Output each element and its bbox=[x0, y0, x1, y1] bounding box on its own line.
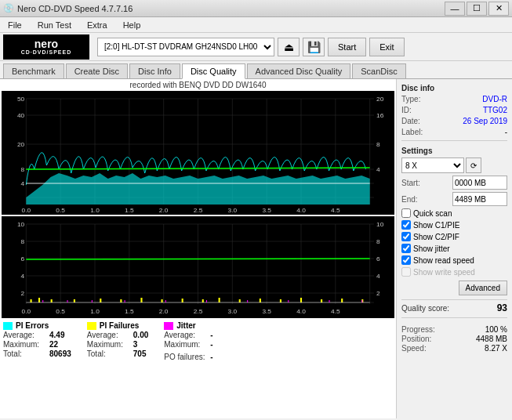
date-label: Date: bbox=[401, 117, 420, 125]
lower-chart: 10 8 6 4 2 10 8 6 4 2 0.0 0.5 1.0 1.5 2.… bbox=[2, 216, 394, 318]
svg-rect-90 bbox=[300, 298, 302, 302]
svg-text:4.0: 4.0 bbox=[296, 207, 306, 214]
tab-scan-disc[interactable]: ScanDisc bbox=[352, 63, 405, 78]
label-value: - bbox=[505, 128, 507, 136]
pie-color-box bbox=[3, 322, 13, 330]
jitter-title: Jitter bbox=[176, 321, 195, 330]
svg-rect-79 bbox=[74, 299, 75, 302]
pif-total-label: Total: bbox=[87, 349, 130, 358]
svg-rect-102 bbox=[329, 300, 330, 302]
svg-text:10: 10 bbox=[17, 221, 25, 228]
svg-rect-87 bbox=[239, 299, 241, 302]
svg-text:1.0: 1.0 bbox=[90, 207, 100, 214]
show-jitter-checkbox[interactable] bbox=[401, 244, 411, 253]
start-input[interactable] bbox=[452, 176, 507, 190]
svg-text:8: 8 bbox=[376, 238, 380, 245]
end-input[interactable] bbox=[452, 192, 507, 206]
jitter-avg-label: Average: bbox=[164, 331, 207, 339]
po-label: PO failures: bbox=[164, 353, 207, 361]
svg-text:40: 40 bbox=[17, 112, 25, 119]
tab-disc-info[interactable]: Disc Info bbox=[129, 63, 180, 78]
menu-help[interactable]: Help bbox=[118, 19, 146, 31]
svg-rect-85 bbox=[202, 299, 204, 302]
show-c1-pie-checkbox[interactable] bbox=[401, 220, 411, 230]
svg-rect-84 bbox=[182, 299, 183, 302]
show-write-speed-checkbox bbox=[401, 267, 411, 277]
pif-avg-value: 0.00 bbox=[133, 331, 148, 339]
svg-text:20: 20 bbox=[17, 141, 25, 148]
progress-value: 100 % bbox=[485, 325, 507, 334]
eject-icon[interactable]: ⏏ bbox=[278, 38, 300, 56]
svg-rect-86 bbox=[219, 298, 220, 302]
tab-benchmark[interactable]: Benchmark bbox=[3, 63, 64, 78]
quick-scan-label: Quick scan bbox=[413, 209, 452, 218]
date-value: 26 Sep 2019 bbox=[463, 117, 507, 125]
svg-rect-89 bbox=[280, 299, 281, 302]
close-button[interactable]: ✕ bbox=[488, 2, 509, 16]
progress-section: Progress: 100 % Position: 4488 MB Speed:… bbox=[401, 325, 507, 353]
svg-text:4: 4 bbox=[376, 273, 380, 280]
svg-text:1.5: 1.5 bbox=[125, 207, 134, 214]
show-c2-pif-row: Show C2/PIF bbox=[401, 232, 507, 241]
svg-rect-77 bbox=[38, 298, 40, 302]
tab-advanced-disc-quality[interactable]: Advanced Disc Quality bbox=[247, 63, 351, 78]
quality-score-row: Quality score: 93 bbox=[401, 299, 507, 313]
svg-text:6: 6 bbox=[376, 255, 380, 262]
pie-total-label: Total: bbox=[3, 349, 46, 358]
show-read-speed-label: Show read speed bbox=[413, 256, 474, 265]
upper-chart: 50 40 20 8 4 20 16 8 4 0.0 0.5 1.0 1.5 2… bbox=[2, 91, 394, 215]
nero-logo: nero CD·DVD/SPEED bbox=[3, 34, 89, 60]
svg-rect-99 bbox=[206, 300, 207, 302]
menu-run-test[interactable]: Run Test bbox=[33, 19, 76, 31]
svg-rect-76 bbox=[31, 299, 32, 302]
maximize-button[interactable]: ☐ bbox=[467, 2, 487, 16]
exit-button[interactable]: Exit bbox=[369, 38, 404, 56]
progress-label: Progress: bbox=[401, 325, 435, 334]
quick-scan-checkbox[interactable] bbox=[401, 208, 411, 218]
menu-file[interactable]: File bbox=[3, 19, 27, 31]
show-jitter-row: Show jitter bbox=[401, 244, 507, 253]
svg-text:1.0: 1.0 bbox=[90, 308, 100, 315]
start-label: Start: bbox=[401, 179, 420, 187]
tab-create-disc[interactable]: Create Disc bbox=[66, 63, 128, 78]
minimize-button[interactable]: — bbox=[445, 2, 465, 16]
svg-text:2: 2 bbox=[21, 290, 25, 297]
show-c2-pif-checkbox[interactable] bbox=[401, 232, 411, 241]
svg-text:3.0: 3.0 bbox=[228, 308, 238, 315]
type-label: Type: bbox=[401, 95, 420, 103]
save-icon[interactable]: 💾 bbox=[303, 38, 325, 56]
svg-text:2.0: 2.0 bbox=[159, 308, 169, 315]
legend-pif: PI Failures Average: 0.00 Maximum: 3 Tot… bbox=[87, 321, 148, 361]
end-label: End: bbox=[401, 195, 418, 204]
svg-text:0.0: 0.0 bbox=[22, 207, 31, 214]
svg-text:20: 20 bbox=[376, 96, 384, 103]
svg-text:3.0: 3.0 bbox=[228, 207, 238, 214]
jitter-max-value: - bbox=[210, 340, 212, 349]
speed-select[interactable]: 8 X Maximum 1 X 2 X 4 X 6 X bbox=[401, 158, 464, 173]
settings-icon-btn[interactable]: ⟳ bbox=[466, 158, 481, 173]
svg-rect-82 bbox=[140, 298, 142, 302]
id-label: ID: bbox=[401, 106, 412, 114]
legend-jitter: Jitter Average: - Maximum: - PO failures… bbox=[164, 321, 212, 361]
pif-color-box bbox=[87, 322, 96, 330]
drive-select[interactable]: [2:0] HL-DT-ST DVDRAM GH24NSD0 LH00 bbox=[97, 38, 274, 56]
disc-info-title: Disc info bbox=[401, 84, 507, 92]
show-jitter-label: Show jitter bbox=[413, 244, 450, 253]
svg-text:2.0: 2.0 bbox=[159, 207, 169, 214]
start-button[interactable]: Start bbox=[328, 38, 366, 56]
svg-rect-98 bbox=[165, 300, 166, 302]
pif-max-value: 3 bbox=[133, 340, 138, 349]
svg-text:0.5: 0.5 bbox=[56, 207, 65, 214]
pif-total-value: 705 bbox=[133, 349, 147, 358]
svg-text:0.5: 0.5 bbox=[56, 308, 65, 315]
svg-text:2.5: 2.5 bbox=[194, 308, 203, 315]
svg-text:8: 8 bbox=[21, 238, 25, 245]
show-read-speed-checkbox[interactable] bbox=[401, 255, 411, 265]
pie-title: PI Errors bbox=[16, 321, 49, 330]
id-value: TTG02 bbox=[483, 106, 507, 114]
svg-text:50: 50 bbox=[17, 96, 25, 103]
pie-max-label: Maximum: bbox=[3, 340, 46, 349]
menu-extra[interactable]: Extra bbox=[82, 19, 112, 31]
advanced-button[interactable]: Advanced bbox=[459, 281, 507, 295]
tab-disc-quality[interactable]: Disc Quality bbox=[182, 63, 245, 79]
